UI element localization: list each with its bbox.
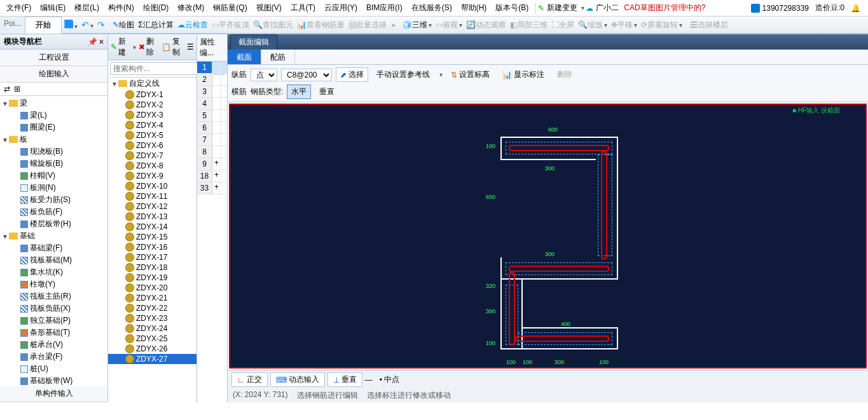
midpoint-button[interactable]: •中点 xyxy=(375,372,404,387)
property-row[interactable]: 1 xyxy=(197,62,227,74)
component-item[interactable]: ZDYX-16 xyxy=(108,242,196,252)
ribbon-tab-start[interactable]: 开始 xyxy=(25,17,62,34)
more-button[interactable]: ☰ xyxy=(187,43,194,51)
flat-top-button[interactable]: ▭平齐板顶 xyxy=(212,20,249,30)
fullscreen-button[interactable]: ⛶全屏 xyxy=(551,20,574,30)
menu-modify[interactable]: 修改(M) xyxy=(174,1,208,15)
property-grid[interactable]: 123456789+18+33+ xyxy=(197,62,227,402)
sub-tab-rebar[interactable]: 配筋 xyxy=(261,50,295,64)
save-button[interactable]: ▾ xyxy=(64,20,78,30)
spec-combo[interactable]: C8@200 xyxy=(281,69,332,81)
component-item[interactable]: ZDYX-24 xyxy=(108,323,196,334)
property-row[interactable]: 2 xyxy=(197,74,227,86)
component-item[interactable]: ZDYX-10 xyxy=(108,181,196,191)
show-anno-button[interactable]: 📊显示标注 xyxy=(498,67,549,82)
menu-member[interactable]: 构件(N) xyxy=(104,1,138,15)
component-item[interactable]: ZDYX-14 xyxy=(108,222,196,232)
component-item[interactable]: ZDYX-21 xyxy=(108,293,196,303)
component-item[interactable]: ZDYX-7 xyxy=(108,151,196,161)
property-row[interactable]: 18+ xyxy=(197,170,227,182)
guang-button[interactable]: ☁广小二 xyxy=(586,3,619,13)
menu-help[interactable]: 帮助(H) xyxy=(457,1,491,15)
view3d-button[interactable]: 🧊三维▾ xyxy=(403,20,432,30)
delete-button[interactable]: ✖删除 xyxy=(139,36,159,58)
menu-floor[interactable]: 楼层(L) xyxy=(71,1,103,15)
canvas-delete-button[interactable]: 删除 xyxy=(553,67,577,82)
component-item[interactable]: ZDYX-12 xyxy=(108,201,196,212)
drawing-canvas[interactable]: ■ HF输入 设截面 xyxy=(229,104,867,369)
zoom-button[interactable]: 🔍缩放▾ xyxy=(578,20,607,30)
menu-view[interactable]: 视图(V) xyxy=(252,1,286,15)
component-item[interactable]: ZDYX-11 xyxy=(108,191,196,201)
component-item[interactable]: ZDYX-26 xyxy=(108,344,196,354)
cloud-check-button[interactable]: ☁云检查 xyxy=(177,20,208,30)
component-item[interactable]: ZDYX-13 xyxy=(108,212,196,222)
manual-ref-button[interactable]: 手动设置参考线 xyxy=(372,67,434,82)
menu-file[interactable]: 文件(F) xyxy=(3,1,35,15)
new-button[interactable]: ✎新建▾ xyxy=(111,36,136,58)
property-row[interactable]: 9+ xyxy=(197,158,227,170)
property-row[interactable]: 3 xyxy=(197,86,227,98)
redo-button[interactable]: ↷ xyxy=(97,20,105,30)
sel-floor-button[interactable]: ☰选择楼层 xyxy=(690,20,728,30)
expand-icon[interactable]: ⊞ xyxy=(14,85,20,93)
menu-bim[interactable]: BIM应用(I) xyxy=(362,1,406,15)
perp-button[interactable]: ⊥垂直 xyxy=(327,372,362,387)
set-elev-button[interactable]: ⇅设置标高 xyxy=(446,67,494,82)
top-view-button[interactable]: ▭俯视▾ xyxy=(436,20,462,30)
screen-rotate-button[interactable]: ⟳屏幕旋转▾ xyxy=(641,20,682,30)
sum-button[interactable]: Σ汇总计算 xyxy=(138,20,173,30)
component-item[interactable]: ZDYX-17 xyxy=(108,252,196,262)
tab-section-edit[interactable]: 截面编辑 xyxy=(230,34,277,50)
component-item[interactable]: ZDYX-25 xyxy=(108,334,196,344)
component-item[interactable]: ZDYX-1 xyxy=(108,90,196,100)
component-item[interactable]: ZDYX-18 xyxy=(108,262,196,273)
component-item[interactable]: ZDYX-8 xyxy=(108,161,196,171)
category-tree[interactable]: ▾梁 梁(L) 圈梁(E) ▾板 现浇板(B) 螺旋板(B) 柱帽(V) 板洞(… xyxy=(0,96,107,386)
component-item[interactable]: ZDYX-4 xyxy=(108,120,196,130)
pin-icon[interactable]: 📌 xyxy=(88,37,97,46)
property-row[interactable]: 5 xyxy=(197,110,227,122)
component-root[interactable]: ▾自定义线 xyxy=(108,78,196,90)
component-item[interactable]: ZDYX-19 xyxy=(108,273,196,283)
menu-edit[interactable]: 编辑(E) xyxy=(36,1,69,15)
component-item[interactable]: ZDYX-27 xyxy=(108,354,196,364)
property-row[interactable]: 6 xyxy=(197,122,227,134)
ortho-button[interactable]: ∟正交 xyxy=(231,372,268,387)
component-item[interactable]: ZDYX-9 xyxy=(108,171,196,181)
component-tree[interactable]: ▾自定义线 ZDYX-1ZDYX-2ZDYX-3ZDYX-4ZDYX-5ZDYX… xyxy=(108,78,196,402)
menu-cloud[interactable]: 云应用(Y) xyxy=(320,1,361,15)
component-item[interactable]: ZDYX-23 xyxy=(108,313,196,323)
more-icon[interactable]: » xyxy=(392,22,396,29)
property-row[interactable]: 33+ xyxy=(197,182,227,194)
local-3d-button[interactable]: ◧局部三维 xyxy=(510,20,548,30)
bell-icon[interactable]: 🔔 xyxy=(851,4,860,13)
cad-sketch-link[interactable]: CAD草图图片管理中的? xyxy=(620,1,709,15)
search-input[interactable] xyxy=(110,62,212,75)
dyn-input-button[interactable]: ⌨动态输入 xyxy=(270,372,325,387)
component-item[interactable]: ZDYX-3 xyxy=(108,110,196,120)
close-icon[interactable]: × xyxy=(99,37,104,46)
property-row[interactable]: 8 xyxy=(197,146,227,158)
undo-button[interactable]: ↶▾ xyxy=(81,20,93,30)
menu-version[interactable]: 版本号(B) xyxy=(492,1,532,15)
menu-rebarqty[interactable]: 钢筋量(Q) xyxy=(209,1,251,15)
section-single-input[interactable]: 单构件输入 xyxy=(0,386,107,402)
user-phone[interactable]: 13907298339 xyxy=(751,4,809,13)
pan-button[interactable]: ✥平移▾ xyxy=(611,20,637,30)
menu-tools[interactable]: 工具(T) xyxy=(287,1,319,15)
select-button[interactable]: ⬈选择 xyxy=(336,67,368,82)
section-draw-input[interactable]: 绘图输入 xyxy=(0,66,107,83)
property-row[interactable]: 7 xyxy=(197,134,227,146)
sub-tab-section[interactable]: 截面 xyxy=(228,50,261,64)
horiz-button[interactable]: 水平 xyxy=(287,85,311,99)
section-project-settings[interactable]: 工程设置 xyxy=(0,50,107,66)
menu-draw[interactable]: 绘图(D) xyxy=(139,1,173,15)
component-item[interactable]: ZDYX-22 xyxy=(108,303,196,313)
find-elem-button[interactable]: 🔍查找图元 xyxy=(253,20,293,30)
copy-button[interactable]: 📋复制 xyxy=(162,36,184,58)
vert-button[interactable]: 垂直 xyxy=(315,85,339,99)
component-item[interactable]: ZDYX-2 xyxy=(108,100,196,110)
component-item[interactable]: ZDYX-5 xyxy=(108,130,196,140)
draw-button[interactable]: ✎绘图 xyxy=(113,20,134,30)
